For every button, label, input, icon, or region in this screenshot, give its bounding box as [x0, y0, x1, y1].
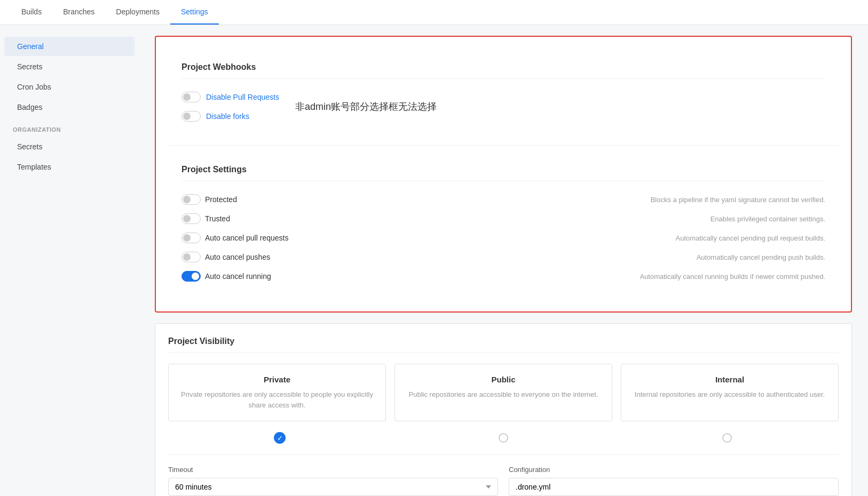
sidebar-item-secrets[interactable]: Secrets [4, 57, 135, 76]
visibility-cards-container: Private Private repositories are only ac… [168, 364, 839, 421]
public-radio-cell [392, 432, 616, 444]
auto-cancel-pr-row: Auto cancel pull requests Automatically … [182, 228, 825, 247]
trusted-toggle[interactable] [182, 213, 201, 224]
auto-cancel-running-toggle[interactable] [182, 271, 201, 282]
sidebar-item-org-secrets[interactable]: Secrets [4, 137, 135, 156]
project-settings-title: Project Settings [182, 165, 825, 181]
tab-builds[interactable]: Builds [11, 0, 52, 25]
auto-cancel-pr-label: Auto cancel pull requests [205, 234, 288, 242]
auto-cancel-running-label: Auto cancel running [205, 272, 271, 281]
public-radio[interactable] [499, 433, 508, 443]
protected-label-group: Protected [182, 194, 503, 205]
public-card-title: Public [404, 375, 603, 384]
protected-toggle[interactable] [182, 194, 201, 205]
trusted-desc: Enables privileged container settings. [503, 215, 825, 223]
timeout-select[interactable]: 30 minutes 60 minutes 90 minutes 120 min… [168, 478, 498, 496]
page-layout: General Secrets Cron Jobs Badges ORGANIZ… [0, 25, 868, 496]
auto-cancel-pr-knob [183, 234, 191, 242]
divider-1 [169, 145, 838, 146]
form-row: Timeout 30 minutes 60 minutes 90 minutes… [168, 454, 839, 496]
project-webhooks-section: Project Webhooks Disable Pull Requests [169, 50, 838, 139]
visibility-card-public[interactable]: Public Public repositories are accessibl… [394, 364, 612, 421]
auto-cancel-pushes-label-group: Auto cancel pushes [182, 252, 503, 262]
toggle-knob [183, 93, 191, 101]
disable-pull-requests-row: Disable Pull Requests [182, 87, 279, 107]
tab-branches[interactable]: Branches [52, 0, 105, 25]
visibility-card-private[interactable]: Private Private repositories are only ac… [168, 364, 386, 421]
configuration-label: Configuration [509, 466, 839, 474]
auto-cancel-pushes-knob [183, 253, 191, 261]
webhooks-title: Project Webhooks [182, 62, 825, 79]
disable-pull-requests-toggle[interactable] [182, 92, 201, 102]
sidebar: General Secrets Cron Jobs Badges ORGANIZ… [0, 25, 139, 496]
tab-settings[interactable]: Settings [170, 0, 219, 25]
project-visibility-section: Project Visibility Private Private repos… [155, 323, 852, 496]
disable-forks-label: Disable forks [206, 112, 249, 121]
configuration-group: Configuration [509, 466, 839, 496]
auto-cancel-pushes-toggle[interactable] [182, 252, 201, 262]
trusted-label-group: Trusted [182, 213, 503, 224]
auto-cancel-running-desc: Automatically cancel running builds if n… [503, 273, 825, 281]
admin-warning: 非admin账号部分选择框无法选择 [295, 100, 437, 113]
auto-cancel-running-label-group: Auto cancel running [182, 271, 503, 282]
protected-desc: Blocks a pipeline if the yaml signature … [503, 196, 825, 204]
trusted-label: Trusted [205, 214, 230, 223]
private-radio-cell: ✓ [168, 432, 392, 444]
timeout-group: Timeout 30 minutes 60 minutes 90 minutes… [168, 466, 498, 496]
protected-knob [183, 196, 191, 203]
internal-card-desc: Internal repositories are only accessibl… [630, 389, 830, 400]
auto-cancel-pr-desc: Automatically cancel pending pull reques… [503, 234, 825, 242]
disable-forks-row: Disable forks [182, 107, 279, 126]
visibility-card-internal[interactable]: Internal Internal repositories are only … [621, 364, 839, 421]
auto-cancel-pr-toggle[interactable] [182, 233, 201, 243]
public-card-desc: Public repositories are accessible to ev… [404, 389, 603, 400]
private-card-desc: Private repositories are only accessible… [177, 389, 377, 410]
trusted-row: Trusted Enables privileged container set… [182, 209, 825, 228]
visibility-radio-row: ✓ [168, 432, 839, 444]
protected-label: Protected [205, 195, 237, 204]
main-content: Project Webhooks Disable Pull Requests [139, 25, 868, 496]
sidebar-item-templates[interactable]: Templates [4, 157, 135, 177]
configuration-input[interactable] [509, 478, 839, 496]
sidebar-item-general[interactable]: General [4, 37, 135, 56]
auto-cancel-pr-label-group: Auto cancel pull requests [182, 233, 503, 243]
sidebar-item-cron-jobs[interactable]: Cron Jobs [4, 77, 135, 97]
visibility-title: Project Visibility [168, 337, 839, 353]
internal-radio-cell [615, 432, 839, 444]
private-radio[interactable]: ✓ [274, 432, 286, 444]
project-settings-section: Project Settings Protected Blocks a pipe… [169, 152, 838, 299]
disable-forks-toggle[interactable] [182, 111, 201, 122]
internal-card-title: Internal [630, 375, 830, 384]
trusted-knob [183, 215, 191, 222]
sidebar-section-organization: ORGANIZATION [0, 118, 139, 136]
webhooks-settings-box: Project Webhooks Disable Pull Requests [155, 36, 852, 313]
internal-radio[interactable] [722, 433, 732, 443]
protected-row: Protected Blocks a pipeline if the yaml … [182, 190, 825, 209]
sidebar-item-badges[interactable]: Badges [4, 98, 135, 117]
auto-cancel-pushes-row: Auto cancel pushes Automatically cancel … [182, 247, 825, 267]
timeout-label: Timeout [168, 466, 498, 474]
disable-pull-requests-label: Disable Pull Requests [206, 93, 279, 101]
top-navigation: Builds Branches Deployments Settings [0, 0, 868, 25]
auto-cancel-pushes-label: Auto cancel pushes [205, 253, 270, 261]
auto-cancel-running-row: Auto cancel running Automatically cancel… [182, 267, 825, 286]
auto-cancel-running-knob [192, 273, 199, 280]
private-card-title: Private [177, 375, 377, 384]
auto-cancel-pushes-desc: Automatically cancel pending push builds… [503, 253, 825, 261]
toggle-knob-2 [183, 113, 191, 120]
tab-deployments[interactable]: Deployments [105, 0, 170, 25]
